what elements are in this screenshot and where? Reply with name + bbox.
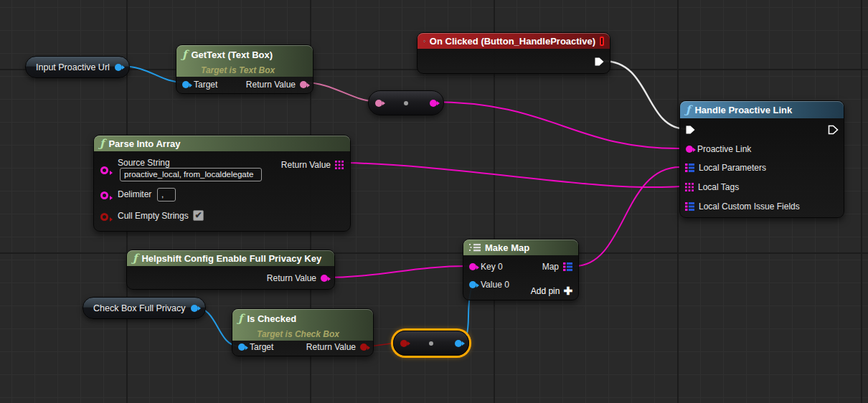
pin-label: Map [542,262,559,272]
output-pin-return-value[interactable] [360,343,367,351]
pin-label: Proactive Link [697,144,751,154]
pin-row-value0: Value 0 [469,278,509,292]
input-pin-target[interactable] [182,81,189,88]
conv-input-pin-bool[interactable] [400,340,407,347]
pin-label: Return Value [246,80,296,90]
function-icon: ƒ [100,138,104,149]
pin-row-proactive-link: Proactive Link [686,142,751,156]
exec-out-pin[interactable] [594,57,605,67]
map-pin-icon[interactable] [685,163,694,172]
input-pin-cull-empty-strings[interactable] [100,213,108,221]
input-pin-source-string[interactable] [100,166,108,174]
wire-conv-to-proactivelink[interactable] [431,102,681,148]
output-pin-object[interactable] [191,305,198,312]
node-header[interactable]: On Clicked (Button_HandleProactive) [418,33,610,49]
node-check-box-full-privacy[interactable]: Check Box Full Privacy [82,297,206,319]
node-onclicked-event[interactable]: On Clicked (Button_HandleProactive) [417,32,610,74]
wire-map-to-localparams[interactable] [575,167,680,266]
node-header[interactable]: ƒ Parse Into Array [94,136,350,151]
cull-empty-strings-checkbox[interactable]: ✔ [193,210,204,221]
event-diamond-icon [423,37,425,46]
node-subtitle: Target is Check Box [257,329,367,340]
array-pin-icon[interactable] [335,161,344,169]
pin-label: Local Custom Issue Fields [699,202,800,212]
wire-parse-to-localtags[interactable] [346,163,680,187]
node-conv-text-to-string[interactable] [368,90,444,115]
node-gettext[interactable]: ƒ GetText (Text Box) Target is Text Box … [176,44,313,94]
conv-dot [429,341,433,346]
pin-row-map-out: Map [542,260,572,274]
node-title: Helpshift Config Enable Full Privacy Key [141,253,321,264]
input-pin-key0[interactable] [469,263,476,270]
variable-label: Check Box Full Privacy [93,303,186,313]
input-pin-delimiter[interactable] [100,191,108,199]
make-map-icon [469,243,481,252]
pin-row-return: Return Value [246,77,307,92]
input-pin-string[interactable] [686,146,693,153]
node-subtitle: Target is Text Box [201,65,307,76]
function-icon: ƒ [686,105,690,115]
input-pin-value0[interactable] [469,281,476,288]
pin-row-return: Return Value [281,158,344,172]
delimiter-input[interactable]: , [157,188,176,202]
node-make-map[interactable]: Make Map Key 0 Map Value 0 ✚ Add pin [463,239,579,300]
pin-row-local-tags: Local Tags [685,180,739,194]
wire-gettext-to-conv[interactable] [304,82,379,102]
node-input-proactive-url[interactable]: Input Proactive Url [25,56,130,78]
delegate-pin-icon[interactable] [600,37,604,46]
plus-icon: ✚ [563,285,572,298]
node-title: Handle Proactive Link [694,105,792,115]
node-helpshift-config[interactable]: ƒ Helpshift Config Enable Full Privacy K… [126,250,335,290]
output-pin-return-value[interactable] [300,81,307,88]
node-header[interactable]: Make Map [463,240,578,255]
exec-in-pin[interactable] [685,125,696,135]
array-pin-icon[interactable] [685,183,694,191]
pin-label: Key 0 [481,262,503,272]
pin-label: Return Value [281,160,331,170]
pin-row-return: Return Value [267,271,328,285]
exec-out-pin[interactable] [828,125,839,135]
conv-output-pin[interactable] [455,340,462,347]
pin-label: Local Tags [698,182,739,192]
output-pin-object[interactable] [115,64,122,71]
pin-label: Value 0 [481,280,509,290]
pin-row-exec-out [594,54,605,69]
node-header[interactable]: ƒ Is Checked Target is Check Box [232,309,373,341]
map-pin-icon[interactable] [563,262,572,271]
conv-output-pin-string[interactable] [430,100,437,107]
pin-label: Target [250,342,273,352]
node-title: Parse Into Array [108,138,180,149]
pin-label: Return Value [267,273,316,283]
source-string-input[interactable]: proactive_local, from_localdelegate [120,168,262,181]
function-icon: ƒ [133,253,137,264]
pin-row-return: Return Value [306,340,367,354]
pin-row-key0: Key 0 [469,260,503,274]
output-pin-return-value[interactable] [321,275,328,282]
node-parse-into-array[interactable]: ƒ Parse Into Array Source String proacti… [93,135,351,232]
node-title: Is Checked [247,313,296,324]
node-title: Make Map [485,242,529,253]
node-handle-proactive-link[interactable]: ƒ Handle Proactive Link Proactive Link L… [679,100,844,218]
conv-input-pin-text[interactable] [375,100,382,107]
function-icon: ƒ [238,313,242,324]
pin-label: Delimiter [118,189,151,199]
wire-onclicked-exec[interactable] [603,61,687,129]
node-is-checked[interactable]: ƒ Is Checked Target is Check Box Target … [232,308,374,356]
input-pin-target[interactable] [238,343,245,351]
wire-helpshift-to-key0[interactable] [324,266,468,278]
node-conv-bool-selected[interactable] [393,331,469,356]
conv-dot [404,101,408,105]
node-header[interactable]: ƒ GetText (Text Box) Target is Text Box [176,45,313,77]
pin-row-target: Target [182,77,217,92]
add-pin-button[interactable]: ✚ Add pin [531,284,572,298]
map-pin-icon[interactable] [685,202,694,211]
node-title: On Clicked (Button_HandleProactive) [430,36,595,47]
blueprint-graph-canvas[interactable]: Input Proactive Url ƒ GetText (Text Box)… [0,0,868,403]
function-icon: ƒ [182,49,187,60]
add-pin-label: Add pin [531,286,560,296]
pin-row-local-parameters: Local Parameters [685,161,766,175]
variable-label: Input Proactive Url [36,62,110,72]
node-header[interactable]: ƒ Helpshift Config Enable Full Privacy K… [127,250,334,266]
node-title: GetText (Text Box) [191,49,273,60]
node-header[interactable]: ƒ Handle Proactive Link [680,101,844,118]
